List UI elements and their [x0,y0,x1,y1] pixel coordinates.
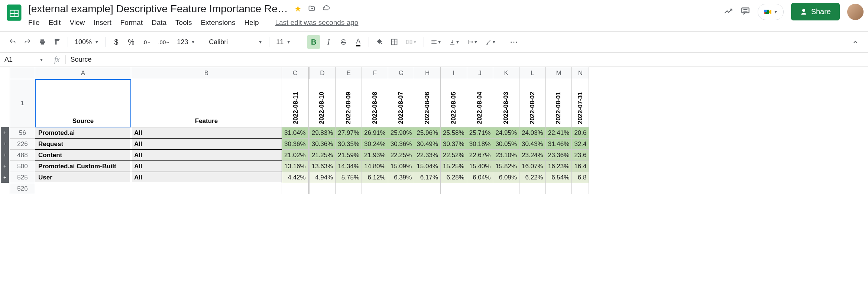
comments-icon[interactable] [741,6,750,17]
name-box[interactable]: A1▼ [0,53,48,66]
cell[interactable]: 21.02% [282,150,309,161]
cell[interactable]: 30.49% [414,139,441,150]
cell[interactable] [362,183,388,194]
menu-file[interactable]: File [28,19,40,27]
row-header[interactable]: 56 [10,127,35,139]
cell[interactable]: All [131,172,282,183]
cell[interactable]: 2022-07-31 [572,79,589,127]
cell[interactable]: Content [35,150,131,161]
expand-group-button[interactable]: + [1,149,9,160]
row-header[interactable]: 500 [10,161,35,172]
cell[interactable]: 2022-08-03 [493,79,519,127]
cell[interactable]: All [131,127,282,139]
cell[interactable]: 22.67% [467,150,493,161]
column-header[interactable]: N [572,67,589,79]
cell[interactable]: All [131,150,282,161]
expand-group-button[interactable]: + [1,138,9,149]
redo-button[interactable] [21,35,34,49]
spreadsheet-grid[interactable]: A B C D E F G H I J K L M N 1 Source Fea… [10,67,589,194]
cell[interactable]: 25.90% [388,127,414,139]
cell[interactable]: 30.36% [388,139,414,150]
cell[interactable]: 2022-08-07 [388,79,414,127]
cell[interactable]: 21.59% [336,150,362,161]
font-size-select[interactable]: 11▼ [273,37,299,48]
cell[interactable]: 30.36% [282,139,309,150]
cell[interactable]: 30.24% [362,139,388,150]
cell[interactable]: 22.25% [388,150,414,161]
cell[interactable]: 21.25% [309,150,336,161]
cell[interactable]: 22.33% [414,150,441,161]
cell[interactable] [467,183,493,194]
column-header[interactable]: D [309,67,336,79]
italic-button[interactable]: I [322,35,335,49]
cloud-status-icon[interactable] [322,5,331,13]
percent-button[interactable]: % [124,35,138,49]
cell[interactable]: 6.39% [388,172,414,183]
cell[interactable]: 14.80% [362,161,388,172]
cell[interactable]: 6.12% [362,172,388,183]
cell[interactable] [388,183,414,194]
move-icon[interactable] [308,5,316,13]
cell[interactable]: 2022-08-09 [336,79,362,127]
menu-help[interactable]: Help [244,19,259,27]
cell[interactable]: 30.18% [467,139,493,150]
cell[interactable] [545,183,572,194]
decrease-decimal-button[interactable]: .0← [139,35,154,49]
currency-button[interactable]: $ [110,35,123,49]
cell[interactable]: 30.35% [336,139,362,150]
column-header[interactable]: M [545,67,572,79]
row-header[interactable]: 226 [10,139,35,150]
menu-extensions[interactable]: Extensions [201,19,235,27]
cell[interactable]: 2022-08-04 [467,79,493,127]
h-align-button[interactable]: ▼ [428,35,444,49]
cell[interactable]: 23.24% [519,150,546,161]
cell[interactable]: 6.04% [467,172,493,183]
cell[interactable]: 14.34% [336,161,362,172]
account-avatar[interactable] [847,4,864,20]
cell[interactable]: 29.83% [309,127,336,139]
column-header[interactable]: E [336,67,362,79]
last-edit-link[interactable]: Last edit was seconds ago [275,19,358,27]
cell[interactable]: Feature [131,79,282,127]
cell[interactable]: 22.41% [545,127,572,139]
meet-button[interactable]: ▼ [758,4,784,20]
cell[interactable]: 23.6 [572,150,589,161]
increase-decimal-button[interactable]: .00→ [155,35,172,49]
more-toolbar-button[interactable]: ⋯ [507,35,522,49]
menu-format[interactable]: Format [120,19,143,27]
menu-view[interactable]: View [69,19,85,27]
cell[interactable]: 16.4 [572,161,589,172]
column-header[interactable]: K [493,67,519,79]
cell[interactable]: 31.04% [282,127,309,139]
wrap-button[interactable]: ▼ [464,35,481,49]
cell[interactable]: 2022-08-10 [309,79,336,127]
cell[interactable]: 13.63% [309,161,336,172]
cell[interactable]: 24.95% [493,127,519,139]
row-header[interactable]: 488 [10,150,35,161]
undo-button[interactable] [6,35,19,49]
cell[interactable] [309,183,336,194]
cell[interactable] [414,183,441,194]
text-color-button[interactable]: A [352,35,365,49]
row-header[interactable]: 525 [10,172,35,183]
cell[interactable] [572,183,589,194]
cell[interactable]: 13.16% [282,161,309,172]
explore-icon[interactable] [723,6,733,17]
cell[interactable] [493,183,519,194]
column-header[interactable]: I [441,67,467,79]
cell[interactable]: All [131,139,282,150]
column-header[interactable]: A [35,67,131,79]
cell[interactable] [35,183,131,194]
zoom-select[interactable]: 100%▼ [72,37,102,48]
cell[interactable]: 30.05% [493,139,519,150]
sheets-app-icon[interactable] [4,3,24,22]
cell[interactable]: 24.03% [519,127,546,139]
column-header[interactable]: G [388,67,414,79]
row-header[interactable]: 1 [10,79,35,127]
cell[interactable]: 15.40% [467,161,493,172]
cell[interactable]: 27.97% [336,127,362,139]
borders-button[interactable] [388,35,401,49]
cell[interactable]: 23.10% [493,150,519,161]
cell[interactable]: Promoted.ai [35,127,131,139]
bold-button[interactable]: B [307,35,320,49]
